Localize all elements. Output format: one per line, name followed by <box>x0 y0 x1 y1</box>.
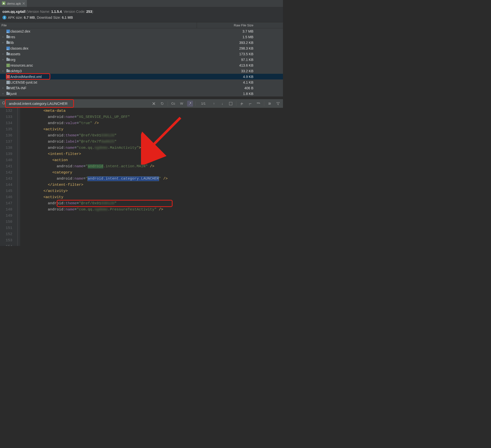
code-line[interactable]: android:theme="@ref/0x01030128" <box>21 132 283 139</box>
txt-icon <box>6 81 10 84</box>
code-line[interactable]: </activity> <box>21 188 283 194</box>
line-number: 151 <box>0 225 12 231</box>
settings-icon[interactable] <box>267 101 273 107</box>
code-line[interactable]: android:name="android.intent.action.MAIN… <box>21 163 283 169</box>
line-number: 142 <box>0 169 12 176</box>
next-match-icon[interactable]: ↓ <box>219 101 225 107</box>
line-number: 132 <box>0 108 12 114</box>
apk-info-header: com.qq.xg4all (Version Name: 1.1.5.4, Ve… <box>0 7 283 22</box>
code-line[interactable]: <activity <box>21 126 283 132</box>
apk-icon <box>2 1 5 6</box>
dex-icon <box>6 47 10 50</box>
code-line[interactable]: <category <box>21 169 283 176</box>
filter-icon[interactable] <box>275 101 281 107</box>
file-row[interactable]: classes2.dex3.7 MB <box>0 28 283 34</box>
svg-point-8 <box>269 104 270 105</box>
file-name: META-INF <box>10 86 197 90</box>
file-name: okhttp3 <box>10 69 197 73</box>
code-editor[interactable]: 1321331341351361371381391401411421431441… <box>0 108 283 246</box>
tab-demo-apk[interactable]: demo.apk <box>0 0 27 7</box>
search-input[interactable] <box>8 100 92 107</box>
file-name: classes2.dex <box>10 29 197 33</box>
file-row[interactable]: ›assets173.5 KB <box>0 51 283 57</box>
file-row[interactable]: ›res1.5 MB <box>0 34 283 40</box>
file-name: AndroidManifest.xml <box>10 75 197 79</box>
folder-icon <box>6 58 10 61</box>
prev-match-icon[interactable]: ↑ <box>211 101 217 107</box>
expand-chevron-icon[interactable]: › <box>0 70 6 72</box>
code-line[interactable]: android:name="android.intent.category.LA… <box>21 176 283 182</box>
file-row[interactable]: resources.arsc413.6 KB <box>0 62 283 68</box>
file-row[interactable]: classes.dex298.3 KB <box>0 45 283 51</box>
file-row[interactable]: AndroidManifest.xml4.9 KB <box>0 74 283 79</box>
file-row[interactable]: ›META-INF406 B <box>0 85 283 91</box>
line-number: 144 <box>0 182 12 188</box>
tab-bar: demo.apk <box>0 0 283 7</box>
folder-icon <box>6 93 10 95</box>
file-size: 1.5 MB <box>197 35 283 39</box>
file-name: assets <box>10 52 197 56</box>
col-size[interactable]: Raw File Size <box>197 22 283 28</box>
svg-point-7 <box>270 103 271 104</box>
fold-column[interactable] <box>15 108 20 246</box>
code-line[interactable]: android:name="XG_SERVICE_PULL_UP_OFF" <box>21 114 283 120</box>
expand-chevron-icon[interactable]: › <box>0 92 6 95</box>
expand-chevron-icon[interactable]: › <box>0 53 6 55</box>
line-number: 147 <box>0 200 12 206</box>
folder-icon <box>6 87 10 89</box>
file-row[interactable]: ›junit1.8 KB <box>0 91 283 96</box>
file-row[interactable]: LICENSE-junit.txt4.1 KB <box>0 79 283 85</box>
code-body[interactable]: <meta-data android:name="XG_SERVICE_PULL… <box>20 108 283 246</box>
line-gutter: 1321331341351361371381391401411421431441… <box>0 108 15 246</box>
select-all-icon[interactable] <box>228 101 234 107</box>
version-code: 253 <box>86 10 92 14</box>
apk-size: 6.7 MB <box>24 16 35 19</box>
words-button[interactable]: W <box>179 101 185 107</box>
folder-icon <box>6 41 10 44</box>
line-number: 140 <box>0 157 12 163</box>
line-number: 133 <box>0 114 12 120</box>
code-line[interactable]: android:name="com.qq.xgdemo.PressureTest… <box>21 206 283 213</box>
expand-chevron-icon[interactable]: › <box>0 87 6 89</box>
line-number: 145 <box>0 188 12 194</box>
code-line[interactable]: <meta-data <box>21 108 283 114</box>
code-line[interactable]: android:theme="@ref/0x01030128" <box>21 200 283 206</box>
package-name: com.qq.xg4all <box>2 10 25 14</box>
code-line[interactable]: android:label="@ref/0x7f0a0025" <box>21 139 283 145</box>
folder-icon <box>6 70 10 72</box>
select-occurrences-icon[interactable] <box>256 101 262 107</box>
add-selection-icon[interactable] <box>239 101 245 107</box>
history-icon[interactable] <box>159 101 165 107</box>
expand-chevron-icon[interactable]: › <box>0 41 6 44</box>
code-line[interactable]: </intent-filter> <box>21 182 283 188</box>
file-name: classes.dex <box>10 46 197 50</box>
file-row[interactable]: ›lib393.2 KB <box>0 40 283 45</box>
expand-chevron-icon[interactable]: › <box>0 58 6 61</box>
file-size: 173.5 KB <box>197 52 283 56</box>
code-line[interactable]: android:name="com.qq.xgdemo.MainActivity… <box>21 145 283 151</box>
regex-button[interactable]: .* <box>187 101 193 107</box>
close-icon[interactable] <box>22 2 25 5</box>
arsc-icon <box>6 64 10 67</box>
col-file[interactable]: File <box>0 22 197 28</box>
svg-marker-9 <box>277 102 280 105</box>
expand-chevron-icon[interactable]: › <box>0 36 6 38</box>
file-row[interactable]: ›org97.1 KB <box>0 57 283 62</box>
version-name: 1.1.5.4 <box>51 10 62 14</box>
remove-selection-icon[interactable] <box>247 101 253 107</box>
file-size: 4.9 KB <box>197 75 283 79</box>
code-line[interactable]: <intent-filter> <box>21 151 283 157</box>
code-line[interactable]: <activity <box>21 194 283 200</box>
file-name: LICENSE-junit.txt <box>10 80 197 84</box>
code-line[interactable]: android:value="true" /> <box>21 120 283 126</box>
svg-point-2 <box>2 102 5 104</box>
file-list-header: File Raw File Size <box>0 22 283 28</box>
file-name: junit <box>10 92 197 96</box>
clear-search-icon[interactable] <box>151 101 157 107</box>
code-line[interactable]: <action <box>21 157 283 163</box>
file-row[interactable]: ›okhttp333.2 KB <box>0 68 283 74</box>
match-case-button[interactable]: Cc <box>170 101 176 107</box>
line-number: 152 <box>0 231 12 237</box>
svg-rect-4 <box>229 102 232 105</box>
file-size: 406 B <box>197 86 283 90</box>
